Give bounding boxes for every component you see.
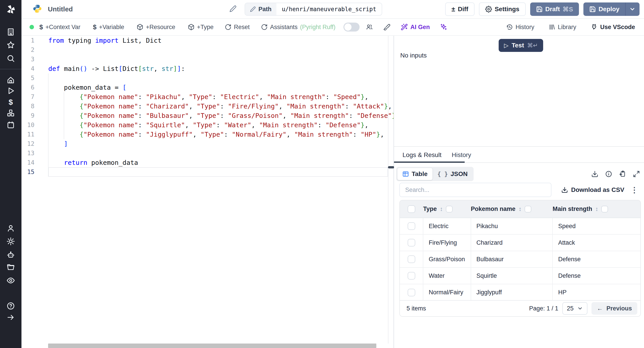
add-type-button[interactable]: +Type [188,24,214,31]
settings-button[interactable]: Settings [479,2,526,16]
editor-horizontal-scrollbar[interactable] [48,344,376,348]
result-tabs: Logs & Result History [394,147,644,163]
draft-button[interactable]: Draft ⌘S [530,2,579,16]
page-size-select[interactable]: 25 [562,302,588,315]
sort-icon[interactable]: ↕ [595,206,598,212]
line-number: 14 [22,158,48,167]
path-value: u/henri/maneuverable_script [276,3,382,15]
row-checkbox[interactable] [408,222,415,230]
edit-title-pencil-icon[interactable] [230,5,236,13]
sidebar-item-settings[interactable] [0,236,22,246]
sidebar-item-search[interactable] [0,54,22,63]
test-button[interactable]: ▷ Test ⌘↵ [499,39,543,52]
add-variable-button[interactable]: $ +Variable [93,24,124,31]
table-menu-kebab-icon[interactable]: ⋮ [630,186,638,194]
column-filter-checkbox[interactable] [446,206,452,212]
chevron-down-icon[interactable] [629,6,636,12]
draft-shortcut: ⌘S [562,6,573,13]
reset-button[interactable]: Reset [225,24,250,31]
code-line-15: 15 [22,167,388,177]
line-number: 12 [22,139,48,148]
code-content: {"Pokemon name": "Jigglypuff", "Type": "… [48,130,388,139]
table-cell: Jigglypuff [471,284,553,300]
line-number: 1 [22,36,48,45]
ai-gen-button[interactable]: AI Gen [401,24,430,31]
sidebar-collapse-arrow[interactable] [0,312,22,322]
ai-sparkles-icon[interactable] [440,24,447,31]
sidebar-item-schedules[interactable] [0,120,22,130]
line-number: 4 [22,64,48,73]
cat-icon [590,24,598,31]
path-label-segment: Path [245,3,276,15]
package-icon [188,24,194,30]
tab-logs-and-result[interactable]: Logs & Result [402,147,442,163]
sidebar-item-variables[interactable]: $ [0,97,22,107]
sidebar-item-runs[interactable] [0,86,22,96]
table-cell: Defense [552,268,640,284]
test-shortcut: ⌘↵ [527,42,538,49]
row-checkbox[interactable] [408,272,415,280]
sidebar-item-audit-logs[interactable] [0,276,22,286]
row-checkbox[interactable] [408,256,415,263]
add-context-var-button[interactable]: $ +Context Var [39,24,80,31]
sidebar-item-workers[interactable] [0,250,22,260]
format-brush-icon[interactable] [383,24,390,31]
deploy-button[interactable]: Deploy [584,2,640,16]
table-icon [402,171,409,177]
table-cell: Squirtle [471,268,553,284]
sidebar-item-home[interactable] [0,75,22,85]
column-header-main-strength: Main strength [552,206,592,212]
download-result-icon[interactable] [591,170,598,178]
line-number: 10 [22,120,48,130]
expand-fullscreen-icon[interactable] [633,170,640,178]
line-number: 11 [22,130,48,139]
sidebar-item-users[interactable] [0,224,22,233]
sidebar-item-favorites[interactable] [0,40,22,50]
sort-icon[interactable]: ↕ [518,206,522,212]
view-toggle: Table { } JSON [396,167,474,181]
pencil-icon [250,6,256,12]
view-toggle-table[interactable]: Table [397,168,432,180]
column-filter-checkbox[interactable] [524,206,531,212]
windmill-logo[interactable] [0,3,22,16]
select-all-checkbox[interactable] [408,205,415,213]
tab-history[interactable]: History [452,147,471,163]
add-resource-button[interactable]: +Resource [137,24,175,31]
code-content [48,148,388,158]
sidebar-item-folders[interactable] [0,262,22,272]
code-line-6: 6 pokemon_data = [ [22,83,388,92]
script-path-field[interactable]: Path u/henri/maneuverable_script [245,3,382,16]
use-vscode-button[interactable]: Use VScode [590,24,635,31]
row-checkbox[interactable] [408,239,415,246]
code-content: {"Pokemon name": "Pikachu", "Type": "Ele… [48,92,388,102]
previous-page-button[interactable]: ← Previous [592,302,637,315]
code-content: {"Pokemon name": "Bulbasaur", "Type": "G… [48,111,400,120]
table-cell: Speed [552,218,640,234]
table-row: Fire/FlyingCharizardAttack [400,234,640,251]
info-icon[interactable] [605,170,612,178]
sort-icon[interactable]: ↕ [440,206,443,212]
table-cell: Charizard [471,234,553,251]
library-books-icon [548,24,555,30]
multiplayer-users-icon[interactable] [366,24,373,31]
download-csv-button[interactable]: Download as CSV [561,186,624,194]
view-toggle-json[interactable]: { } JSON [432,168,472,180]
assistants-toggle[interactable] [344,22,360,32]
sidebar-item-help[interactable] [0,301,22,311]
row-checkbox[interactable] [408,289,415,296]
panel-resize-handle[interactable] [388,166,394,168]
code-editor[interactable]: 1from typing import List, Dict234def mai… [22,36,388,344]
history-clock-icon [506,24,513,30]
table-cell: Bulbasaur [471,251,553,268]
column-filter-checkbox[interactable] [601,206,608,212]
library-button[interactable]: Library [548,24,576,31]
history-button[interactable]: History [506,24,534,31]
search-input[interactable] [399,183,552,197]
sidebar-item-workspace[interactable] [0,27,22,37]
copy-to-clipboard-icon[interactable] [619,170,626,178]
diff-button[interactable]: ± Diff [445,2,474,16]
assistants-button[interactable]: Assistants (Pyright Ruff) [261,24,336,31]
table-cell: Water [423,268,471,284]
editor-toolbar: $ +Context Var $ +Variable +Resource +Ty… [22,19,644,36]
sidebar-item-resources[interactable] [0,108,22,118]
